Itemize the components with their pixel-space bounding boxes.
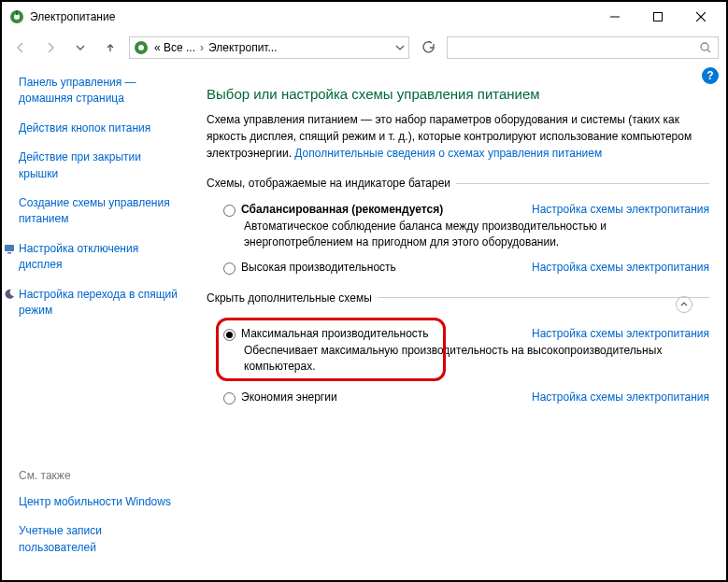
help-icon[interactable]: ? [702, 67, 719, 84]
search-icon [699, 41, 712, 54]
breadcrumb-root[interactable]: « Все ... [154, 41, 195, 54]
search-box[interactable] [447, 36, 719, 59]
collapse-button[interactable] [676, 296, 692, 313]
sidebar-item-1[interactable]: Действие при закрытии крышки [19, 149, 182, 182]
close-button[interactable] [679, 3, 722, 31]
radio-saver[interactable] [223, 392, 236, 405]
content: ? Выбор или настройка схемы управления п… [193, 64, 726, 580]
sidebar-item-2[interactable]: Создание схемы управления питанием [19, 195, 182, 228]
fieldset-battery-plans: Схемы, отображаемые на индикаторе батаре… [207, 177, 709, 277]
plan-ultimate-desc: Обеспечивает максимальную производительн… [244, 343, 709, 376]
body: Панель управления — домашняя страница Де… [2, 64, 726, 580]
svg-rect-12 [7, 252, 11, 254]
app-icon [9, 9, 24, 24]
plan-ultimate-name: Максимальная производительность [241, 327, 429, 340]
plan-saver-name: Экономия энергии [241, 390, 337, 404]
breadcrumb-current[interactable]: Электропит... [208, 41, 278, 54]
plan-high-settings[interactable]: Настройка схемы электропитания [532, 261, 709, 274]
see-also-1[interactable]: Учетные записи пользователей [19, 523, 182, 556]
svg-rect-2 [16, 10, 18, 15]
plan-balanced-desc: Автоматическое соблюдение баланса между … [244, 219, 709, 251]
window-title: Электропитание [30, 10, 593, 23]
address-icon [134, 40, 149, 55]
radio-high[interactable] [223, 263, 236, 275]
display-off-icon [4, 243, 15, 254]
nav-history-button[interactable] [69, 36, 92, 59]
see-also: См. также Центр мобильности Windows Учет… [19, 468, 182, 569]
toolbar: « Все ... › Электропит... [2, 32, 726, 64]
sidebar-home[interactable]: Панель управления — домашняя страница [19, 75, 182, 107]
see-also-0[interactable]: Центр мобильности Windows [19, 494, 182, 510]
plan-ultimate[interactable]: Максимальная производительность Настройк… [223, 327, 709, 341]
titlebar: Электропитание [2, 2, 726, 32]
sleep-icon [4, 289, 15, 300]
nav-forward-button[interactable] [39, 36, 62, 59]
plan-balanced-name: Сбалансированная (рекомендуется) [241, 203, 443, 216]
window: Электропитание « Все ... › Электропит...… [0, 0, 728, 582]
svg-line-10 [707, 50, 710, 52]
sidebar-item-0[interactable]: Действия кнопок питания [19, 121, 182, 136]
plan-ultimate-settings[interactable]: Настройка схемы электропитания [532, 327, 709, 340]
plan-saver-settings[interactable]: Настройка схемы электропитания [532, 390, 709, 404]
svg-point-8 [138, 45, 144, 50]
nav-back-button[interactable] [9, 36, 32, 59]
plan-balanced[interactable]: Сбалансированная (рекомендуется) Настрой… [223, 203, 709, 217]
plan-high-name: Высокая производительность [241, 261, 396, 274]
plan-balanced-settings[interactable]: Настройка схемы электропитания [532, 203, 709, 216]
svg-rect-4 [654, 13, 663, 21]
minimize-button[interactable] [593, 3, 636, 31]
nav-up-button[interactable] [99, 36, 121, 59]
svg-rect-11 [5, 245, 14, 251]
plan-saver[interactable]: Экономия энергии Настройка схемы электро… [223, 390, 709, 405]
page-heading: Выбор или настройка схемы управления пит… [207, 86, 709, 102]
sidebar-item-4[interactable]: Настройка перехода в спящий режим [19, 287, 182, 319]
intro-link[interactable]: Дополнительные сведения о схемах управле… [294, 147, 602, 160]
radio-ultimate[interactable] [223, 329, 236, 341]
breadcrumb-separator: › [200, 41, 204, 54]
radio-balanced[interactable] [223, 205, 236, 217]
address-bar[interactable]: « Все ... › Электропит... [129, 36, 409, 59]
sidebar: Панель управления — домашняя страница Де… [2, 64, 193, 580]
see-also-header: См. также [19, 468, 182, 484]
fieldset-additional-plans: Скрыть дополнительные схемы Максимальная… [207, 291, 709, 406]
maximize-button[interactable] [636, 3, 679, 31]
refresh-button[interactable] [417, 36, 439, 59]
address-dropdown-icon[interactable] [395, 43, 405, 52]
plan-high[interactable]: Высокая производительность Настройка схе… [223, 261, 709, 275]
legend-additional: Скрыть дополнительные схемы [207, 291, 378, 305]
highlighted-plan: Максимальная производительность Настройк… [207, 318, 709, 387]
svg-point-9 [701, 43, 708, 50]
legend-battery: Схемы, отображаемые на индикаторе батаре… [207, 177, 456, 190]
window-buttons [593, 3, 722, 31]
sidebar-item-3[interactable]: Настройка отключения дисплея [19, 241, 182, 274]
intro-text: Схема управления питанием — это набор па… [207, 111, 709, 162]
